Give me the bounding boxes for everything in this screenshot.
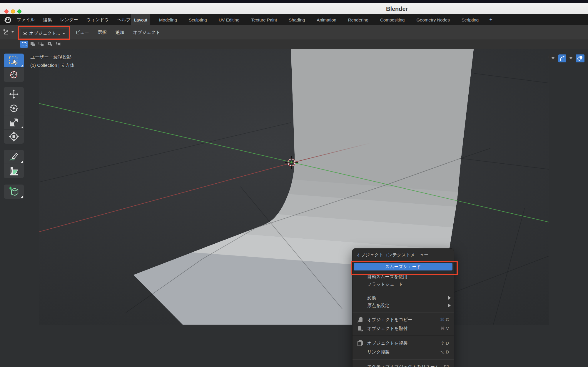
- menu-item-label: オブジェクトを複製: [367, 341, 407, 346]
- subtool-triangle-icon: [21, 64, 23, 67]
- mode-selector-dropdown[interactable]: オブジェクト...: [21, 29, 68, 38]
- menu-item-paste-objects[interactable]: オブジェクトを貼付 ⌘ V: [353, 324, 454, 333]
- tab-scripting[interactable]: Scripting: [459, 14, 482, 25]
- subtool-triangle-icon: [21, 126, 23, 128]
- menu-item-shade-flat[interactable]: フラットシェード: [353, 280, 454, 288]
- menu-file[interactable]: ファイル: [17, 17, 35, 23]
- menu-object[interactable]: オブジェクト: [133, 30, 160, 35]
- tab-compositing[interactable]: Compositing: [377, 14, 407, 25]
- minimize-window-button[interactable]: [11, 9, 15, 14]
- menu-item-duplicate-objects[interactable]: オブジェクトを複製 ⇧ D: [353, 339, 454, 348]
- titlebar: Blender: [0, 3, 588, 14]
- annotate-pencil-icon: [9, 152, 19, 162]
- rotate-icon: [9, 103, 19, 114]
- tool-add-cube[interactable]: [4, 185, 24, 199]
- object-context-menu: オブジェクトコンテクストメニュー スムーズシェード 自動スムーズを使用 フラット…: [352, 248, 454, 367]
- tab-layout[interactable]: Layout: [131, 14, 150, 25]
- menu-item-label: 変換: [367, 295, 376, 300]
- blender-logo-icon: [4, 16, 12, 24]
- viewport-3d[interactable]: [0, 49, 588, 367]
- workspace-tabs: Layout Modeling Sculpting UV Editing Tex…: [131, 14, 494, 25]
- tab-geometry-nodes[interactable]: Geometry Nodes: [413, 14, 452, 25]
- select-mode-subtract[interactable]: [37, 41, 45, 48]
- mode-label: オブジェクト...: [29, 31, 60, 36]
- menu-item-shade-smooth[interactable]: スムーズシェード: [354, 263, 452, 270]
- copy-icon: [357, 316, 363, 323]
- tab-animation[interactable]: Animation: [314, 14, 339, 25]
- menu-item-label: 原点を設定: [367, 303, 389, 308]
- window-title: Blender: [386, 6, 408, 12]
- tab-sculpting[interactable]: Sculpting: [186, 14, 210, 25]
- menu-edit[interactable]: 編集: [43, 17, 52, 23]
- subtool-triangle-icon: [21, 161, 23, 163]
- shortcut-label: ⌘ V: [440, 324, 449, 333]
- tool-measure[interactable]: [4, 164, 24, 178]
- measure-icon: [9, 166, 19, 176]
- select-set-icon: [21, 42, 27, 47]
- zoom-window-button[interactable]: [17, 9, 21, 14]
- select-extend-icon: [30, 41, 36, 47]
- select-mode-set[interactable]: [20, 41, 28, 48]
- tool-rotate[interactable]: [4, 101, 24, 115]
- editor-type-button[interactable]: [2, 28, 14, 35]
- tab-texture-paint[interactable]: Texture Paint: [248, 14, 280, 25]
- tool-move[interactable]: [4, 87, 24, 101]
- menu-item-set-origin[interactable]: 原点を設定: [353, 302, 454, 309]
- select-box-icon: [8, 56, 19, 66]
- menu-item-label: アクティブオブジェクトをリネーム...: [367, 364, 443, 367]
- tool-scale[interactable]: [4, 115, 24, 129]
- menu-help[interactable]: ヘルプ: [117, 17, 131, 23]
- menu-item-rename-active-object[interactable]: アクティブオブジェクトをリネーム... F2: [353, 362, 454, 367]
- menu-window[interactable]: ウィンドウ: [86, 17, 109, 23]
- subtool-triangle-icon: [21, 196, 23, 198]
- paste-icon: [357, 325, 363, 332]
- menu-view[interactable]: ビュー: [76, 30, 89, 35]
- menu-item-label: オブジェクトを貼付: [367, 326, 407, 331]
- toolbar-group-transform: [4, 87, 24, 144]
- viewport-header: ビュー 選択 追加 オブジェクト グロー...: [0, 25, 588, 39]
- object-mode-icon: [23, 30, 27, 37]
- select-subtract-icon: [38, 41, 44, 47]
- menu-item-copy-objects[interactable]: オブジェクトをコピー ⌘ C: [353, 315, 454, 324]
- toolbar-group-annotate: [4, 150, 24, 178]
- menu-render[interactable]: レンダー: [60, 17, 78, 23]
- menu-separator: [353, 288, 454, 294]
- select-mode-intersect[interactable]: [55, 41, 63, 48]
- top-menubar: ファイル 編集 レンダー ウィンドウ ヘルプ Layout Modeling S…: [0, 14, 588, 25]
- menu-separator: [353, 309, 454, 315]
- move-icon: [9, 89, 19, 99]
- tool-cursor[interactable]: [4, 68, 24, 82]
- chevron-down-icon: [11, 31, 14, 33]
- desktop-strip: [0, 0, 588, 3]
- menu-item-use-auto-smooth[interactable]: 自動スムーズを使用: [353, 273, 454, 280]
- transform-icon: [8, 131, 19, 142]
- menu-item-duplicate-linked[interactable]: リンク複製 ⌥ D: [353, 348, 454, 356]
- tool-select-box[interactable]: [4, 54, 24, 68]
- select-intersect-icon: [56, 41, 62, 47]
- tool-transform[interactable]: [4, 129, 24, 144]
- tab-modeling[interactable]: Modeling: [156, 14, 180, 25]
- select-mode-invert[interactable]: [46, 41, 54, 48]
- submenu-arrow-icon: [448, 296, 451, 300]
- menu-add[interactable]: 追加: [116, 30, 124, 35]
- select-invert-icon: [47, 41, 53, 47]
- menu-separator: [353, 333, 454, 339]
- close-window-button[interactable]: [4, 9, 9, 14]
- toolbar-group-select: [4, 54, 24, 82]
- menu-item-convert[interactable]: 変換: [353, 294, 454, 302]
- shortcut-label: ⇧ D: [441, 339, 449, 348]
- add-workspace-button[interactable]: +: [487, 14, 494, 25]
- scale-icon: [9, 117, 19, 128]
- tab-rendering[interactable]: Rendering: [345, 14, 371, 25]
- shortcut-label: ⌘ C: [440, 315, 449, 324]
- tool-settings-bar: [0, 39, 588, 49]
- tab-shading[interactable]: Shading: [286, 14, 308, 25]
- select-mode-extend[interactable]: [29, 41, 37, 48]
- tab-uv-editing[interactable]: UV Editing: [216, 14, 243, 25]
- add-cube-icon: [8, 186, 20, 197]
- tool-annotate[interactable]: [4, 150, 24, 164]
- editor-3d-viewport-icon: [2, 28, 9, 35]
- toolbar-group-add: [4, 185, 24, 199]
- menu-select[interactable]: 選択: [98, 30, 107, 35]
- shortcut-label: ⌥ D: [440, 348, 449, 356]
